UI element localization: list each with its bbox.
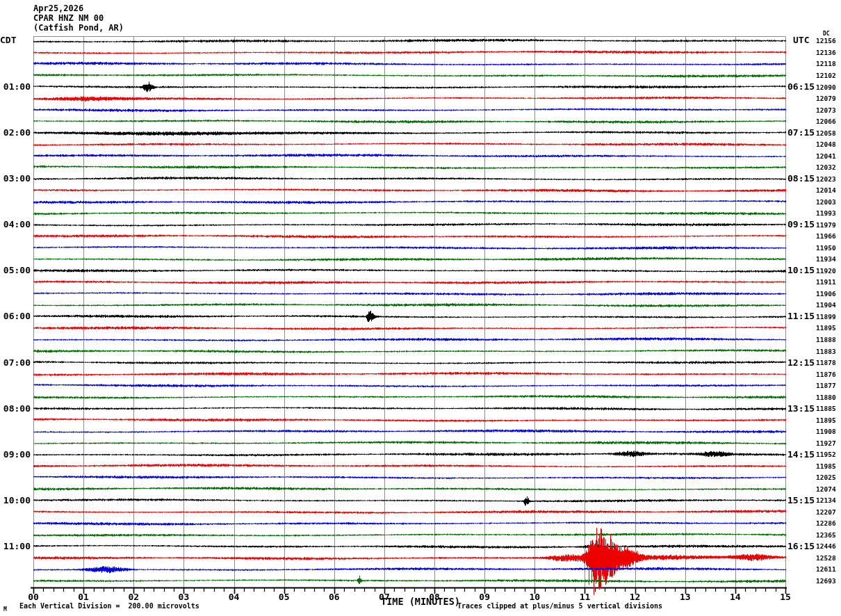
dc-value: 12058 (816, 129, 836, 137)
dc-value: 11885 (816, 405, 836, 412)
hour-label-cdt: 05:00 (0, 265, 31, 275)
dc-value: 12365 (816, 531, 836, 539)
dc-value: 11906 (816, 290, 836, 298)
x-tick-label: 04 (222, 592, 247, 602)
dc-value: 11911 (816, 278, 836, 286)
x-tick-label: 01 (71, 592, 96, 602)
dc-value: 11895 (816, 324, 836, 332)
hour-label-cdt: 11:00 (0, 541, 31, 551)
scale-note: Each Vertical Division = 200.00 microvol… (19, 602, 199, 610)
x-tick-label: 03 (171, 592, 196, 602)
x-tick-label: 02 (121, 592, 146, 602)
dc-value: 12134 (816, 496, 836, 504)
hour-label-cdt: 06:00 (0, 311, 31, 321)
dc-value: 11934 (816, 255, 836, 263)
dc-value: 12693 (816, 577, 836, 585)
watermark: M (3, 606, 7, 613)
dc-value: 12079 (816, 95, 836, 102)
hour-label-cdt: 03:00 (0, 173, 31, 184)
timezone-right-label: UTC (793, 35, 809, 45)
dc-value: 11883 (816, 348, 836, 355)
dc-value: 12074 (816, 485, 836, 493)
dc-value: 12032 (816, 163, 836, 171)
header-station: CPAR HNZ NM 00 (33, 14, 104, 23)
x-tick-label: 10 (522, 592, 547, 602)
dc-value: 12003 (816, 198, 836, 206)
helicorder-screen: Apr25,2026 CPAR HNZ NM 00 (Catfish Pond,… (0, 0, 841, 616)
dc-value: 11876 (816, 371, 836, 378)
header-date: Apr25,2026 (33, 4, 83, 13)
dc-value: 11904 (816, 301, 836, 309)
x-tick-label: 13 (673, 592, 698, 602)
dc-value: 12118 (816, 60, 836, 67)
dc-value: 12041 (816, 152, 836, 160)
dc-value: 11952 (816, 451, 836, 458)
dc-value: 12207 (816, 508, 836, 516)
timezone-left-label: CDT (0, 35, 16, 45)
dc-value: 12048 (816, 140, 836, 148)
dc-value: 11878 (816, 359, 836, 366)
dc-value: 12156 (816, 37, 836, 44)
x-tick-label: 05 (272, 592, 297, 602)
x-tick-label: 00 (21, 592, 46, 602)
hour-label-cdt: 04:00 (0, 219, 31, 229)
hour-label-cdt: 07:00 (0, 357, 31, 368)
hour-label-cdt: 01:00 (0, 81, 31, 92)
dc-value: 12025 (816, 473, 836, 481)
dc-value: 11880 (816, 394, 836, 401)
dc-value: 11920 (816, 267, 836, 275)
dc-value: 12090 (816, 83, 836, 91)
dc-value: 12528 (816, 554, 836, 562)
dc-value: 11908 (816, 428, 836, 435)
dc-value: 11966 (816, 232, 836, 240)
dc-value: 12073 (816, 106, 836, 114)
dc-value: 12102 (816, 72, 836, 79)
dc-value: 12023 (816, 175, 836, 183)
dc-value: 11927 (816, 439, 836, 447)
dc-value: 11895 (816, 416, 836, 424)
x-tick-label: 12 (623, 592, 648, 602)
clip-note: Traces clipped at plus/minus 5 vertical … (457, 602, 662, 610)
header-site: (Catfish Pond, AR) (33, 24, 124, 33)
dc-column-header: DC (823, 31, 830, 37)
dc-value: 12446 (816, 542, 836, 550)
dc-value: 11985 (816, 462, 836, 470)
dc-value: 12611 (816, 565, 836, 573)
x-tick-label: 11 (572, 592, 597, 602)
hour-label-cdt: 10:00 (0, 495, 31, 505)
helicorder-plot[interactable] (0, 0, 841, 616)
dc-value: 11888 (816, 336, 836, 343)
dc-value: 11993 (816, 209, 836, 217)
x-tick-label: 15 (773, 592, 798, 602)
dc-value: 12136 (816, 49, 836, 56)
dc-value: 12286 (816, 519, 836, 527)
dc-value: 11899 (816, 313, 836, 321)
hour-label-cdt: 08:00 (0, 403, 31, 414)
dc-value: 11950 (816, 244, 836, 252)
x-tick-label: 14 (723, 592, 748, 602)
hour-label-cdt: 02:00 (0, 127, 31, 138)
hour-label-cdt: 09:00 (0, 449, 31, 460)
dc-value: 12014 (816, 186, 836, 194)
dc-value: 11877 (816, 382, 836, 389)
dc-value: 11979 (816, 221, 836, 229)
dc-value: 12066 (816, 117, 836, 125)
